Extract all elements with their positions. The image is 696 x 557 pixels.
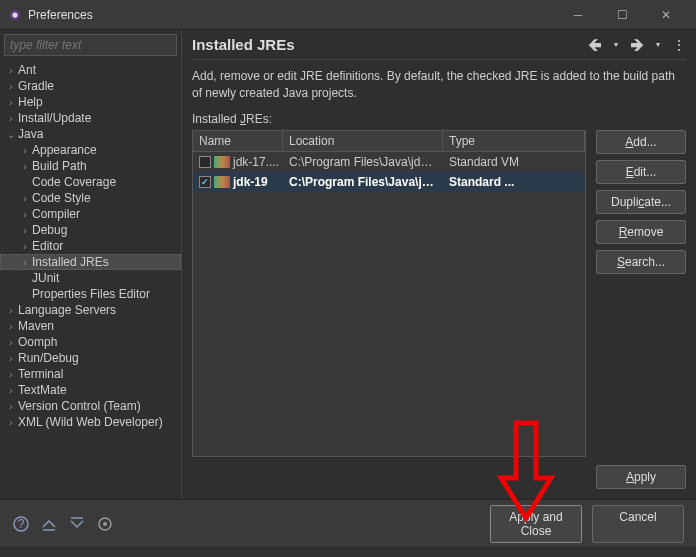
oomph-icon[interactable] bbox=[96, 515, 114, 533]
menu-icon[interactable]: ⋮ bbox=[672, 37, 686, 53]
tree-item-label: Installed JREs bbox=[32, 255, 109, 269]
jre-location: C:\Program Files\Java\jdk-... bbox=[283, 154, 443, 170]
tree-item-help[interactable]: ›Help bbox=[0, 94, 181, 110]
page-title: Installed JREs bbox=[192, 36, 588, 53]
tree-item-build-path[interactable]: ›Build Path bbox=[0, 158, 181, 174]
close-button[interactable]: ✕ bbox=[644, 1, 688, 29]
import-icon[interactable] bbox=[40, 515, 58, 533]
chevron-right-icon[interactable]: › bbox=[4, 65, 18, 76]
list-label: Installed JREs: bbox=[192, 112, 686, 126]
checkbox[interactable]: ✓ bbox=[199, 176, 211, 188]
tree-item-label: Java bbox=[18, 127, 43, 141]
remove-button[interactable]: Remove bbox=[596, 220, 686, 244]
back-icon[interactable]: 🡸 bbox=[588, 37, 602, 53]
tree-item-language-servers[interactable]: ›Language Servers bbox=[0, 302, 181, 318]
tree-item-textmate[interactable]: ›TextMate bbox=[0, 382, 181, 398]
chevron-right-icon[interactable]: › bbox=[18, 225, 32, 236]
tree-item-label: Run/Debug bbox=[18, 351, 79, 365]
window-title: Preferences bbox=[28, 8, 556, 22]
tree-item-ant[interactable]: ›Ant bbox=[0, 62, 181, 78]
forward-icon[interactable]: 🡺 bbox=[630, 37, 644, 53]
chevron-right-icon[interactable]: › bbox=[18, 193, 32, 204]
tree-item-label: Appearance bbox=[32, 143, 97, 157]
tree-item-run-debug[interactable]: ›Run/Debug bbox=[0, 350, 181, 366]
chevron-right-icon[interactable]: › bbox=[18, 241, 32, 252]
minimize-button[interactable]: ─ bbox=[556, 1, 600, 29]
bottom-bar: ? Apply and Close Cancel bbox=[0, 499, 696, 547]
chevron-right-icon[interactable]: › bbox=[4, 337, 18, 348]
chevron-right-icon[interactable]: › bbox=[4, 81, 18, 92]
tree-item-label: Debug bbox=[32, 223, 67, 237]
chevron-right-icon[interactable]: › bbox=[4, 305, 18, 316]
svg-point-1 bbox=[12, 12, 17, 17]
col-name[interactable]: Name bbox=[193, 131, 283, 151]
tree-item-editor[interactable]: ›Editor bbox=[0, 238, 181, 254]
tree-item-maven[interactable]: ›Maven bbox=[0, 318, 181, 334]
chevron-right-icon[interactable]: › bbox=[4, 385, 18, 396]
tree-item-label: Code Coverage bbox=[32, 175, 116, 189]
cancel-button[interactable]: Cancel bbox=[592, 505, 684, 543]
chevron-right-icon[interactable]: › bbox=[4, 417, 18, 428]
side-buttons: Add... Edit... Duplicate... Remove Searc… bbox=[596, 130, 686, 457]
add-button[interactable]: Add... bbox=[596, 130, 686, 154]
tree-item-code-coverage[interactable]: Code Coverage bbox=[0, 174, 181, 190]
chevron-right-icon[interactable]: › bbox=[18, 257, 32, 268]
preferences-tree[interactable]: ›Ant›Gradle›Help›Install/Update⌄Java›App… bbox=[0, 60, 181, 499]
forward-dropdown-icon[interactable]: ▾ bbox=[656, 40, 660, 49]
filter-input[interactable] bbox=[4, 34, 177, 56]
tree-item-xml-wild-web-developer-[interactable]: ›XML (Wild Web Developer) bbox=[0, 414, 181, 430]
col-location[interactable]: Location bbox=[283, 131, 443, 151]
tree-item-java[interactable]: ⌄Java bbox=[0, 126, 181, 142]
titlebar: Preferences ─ ☐ ✕ bbox=[0, 0, 696, 30]
help-icon[interactable]: ? bbox=[12, 515, 30, 533]
tree-item-label: XML (Wild Web Developer) bbox=[18, 415, 163, 429]
tree-item-label: Ant bbox=[18, 63, 36, 77]
tree-item-label: Version Control (Team) bbox=[18, 399, 141, 413]
tree-item-version-control-team-[interactable]: ›Version Control (Team) bbox=[0, 398, 181, 414]
tree-item-label: Compiler bbox=[32, 207, 80, 221]
tree-item-label: TextMate bbox=[18, 383, 67, 397]
chevron-right-icon[interactable]: › bbox=[4, 321, 18, 332]
content-panel: Installed JREs 🡸 ▾ 🡺 ▾ ⋮ Add, remove or … bbox=[182, 30, 696, 499]
tree-item-terminal[interactable]: ›Terminal bbox=[0, 366, 181, 382]
tree-item-label: Oomph bbox=[18, 335, 57, 349]
export-icon[interactable] bbox=[68, 515, 86, 533]
col-type[interactable]: Type bbox=[443, 131, 585, 151]
tree-item-installed-jres[interactable]: ›Installed JREs bbox=[0, 254, 181, 270]
table-row[interactable]: jdk-17....C:\Program Files\Java\jdk-...S… bbox=[193, 152, 585, 172]
tree-item-install-update[interactable]: ›Install/Update bbox=[0, 110, 181, 126]
tree-item-label: Properties Files Editor bbox=[32, 287, 150, 301]
apply-button[interactable]: Apply bbox=[596, 465, 686, 489]
tree-item-label: Help bbox=[18, 95, 43, 109]
back-dropdown-icon[interactable]: ▾ bbox=[614, 40, 618, 49]
jre-type: Standard ... bbox=[443, 174, 585, 190]
chevron-right-icon[interactable]: › bbox=[4, 401, 18, 412]
chevron-right-icon[interactable]: › bbox=[18, 145, 32, 156]
chevron-right-icon[interactable]: › bbox=[18, 209, 32, 220]
chevron-right-icon[interactable]: › bbox=[4, 353, 18, 364]
search-button[interactable]: Search... bbox=[596, 250, 686, 274]
tree-item-debug[interactable]: ›Debug bbox=[0, 222, 181, 238]
chevron-right-icon[interactable]: › bbox=[18, 161, 32, 172]
chevron-right-icon[interactable]: › bbox=[4, 369, 18, 380]
content-header: Installed JREs 🡸 ▾ 🡺 ▾ ⋮ bbox=[192, 36, 686, 60]
jdk-icon bbox=[214, 176, 230, 188]
chevron-right-icon[interactable]: › bbox=[4, 113, 18, 124]
chevron-right-icon[interactable]: › bbox=[4, 97, 18, 108]
tree-item-gradle[interactable]: ›Gradle bbox=[0, 78, 181, 94]
tree-item-oomph[interactable]: ›Oomph bbox=[0, 334, 181, 350]
tree-item-label: Maven bbox=[18, 319, 54, 333]
tree-item-properties-files-editor[interactable]: Properties Files Editor bbox=[0, 286, 181, 302]
tree-item-appearance[interactable]: ›Appearance bbox=[0, 142, 181, 158]
tree-item-junit[interactable]: JUnit bbox=[0, 270, 181, 286]
checkbox[interactable] bbox=[199, 156, 211, 168]
tree-item-code-style[interactable]: ›Code Style bbox=[0, 190, 181, 206]
jre-location: C:\Program Files\Java\jdk... bbox=[283, 174, 443, 190]
duplicate-button[interactable]: Duplicate... bbox=[596, 190, 686, 214]
apply-and-close-button[interactable]: Apply and Close bbox=[490, 505, 582, 543]
maximize-button[interactable]: ☐ bbox=[600, 1, 644, 29]
chevron-down-icon[interactable]: ⌄ bbox=[4, 129, 18, 140]
table-row[interactable]: ✓jdk-19C:\Program Files\Java\jdk...Stand… bbox=[193, 172, 585, 192]
edit-button[interactable]: Edit... bbox=[596, 160, 686, 184]
tree-item-compiler[interactable]: ›Compiler bbox=[0, 206, 181, 222]
